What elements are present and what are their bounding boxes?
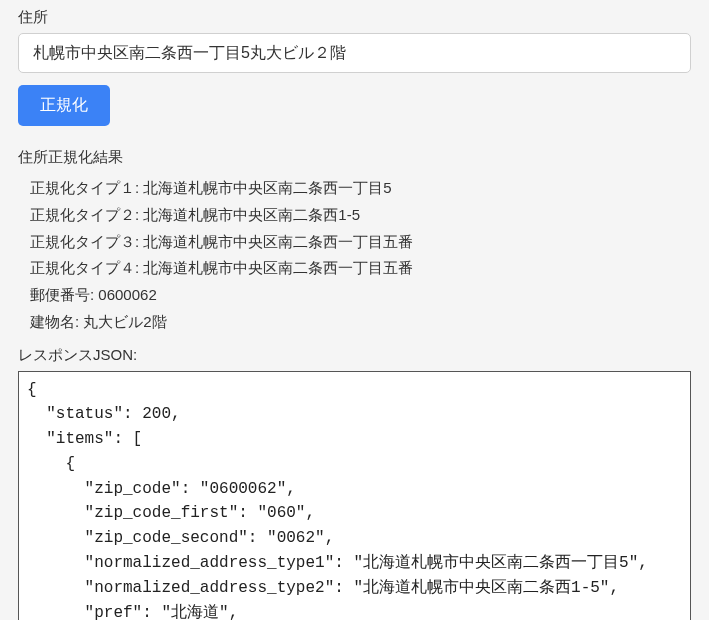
result-type1: 正規化タイプ１: 北海道札幌市中央区南二条西一丁目5 — [30, 175, 691, 202]
result-zip: 郵便番号: 0600062 — [30, 282, 691, 309]
json-response-label: レスポンスJSON: — [0, 336, 709, 369]
result-type3: 正規化タイプ３: 北海道札幌市中央区南二条西一丁目五番 — [30, 229, 691, 256]
address-input[interactable] — [18, 33, 691, 73]
normalize-button[interactable]: 正規化 — [18, 85, 110, 126]
results-heading: 住所正規化結果 — [0, 144, 709, 173]
result-type2: 正規化タイプ２: 北海道札幌市中央区南二条西1-5 — [30, 202, 691, 229]
result-building: 建物名: 丸大ビル2階 — [30, 309, 691, 336]
result-type4: 正規化タイプ４: 北海道札幌市中央区南二条西一丁目五番 — [30, 255, 691, 282]
button-row: 正規化 — [0, 85, 709, 144]
results-block: 正規化タイプ１: 北海道札幌市中央区南二条西一丁目5 正規化タイプ２: 北海道札… — [0, 173, 709, 336]
address-label: 住所 — [0, 4, 709, 33]
input-wrapper — [0, 33, 709, 85]
json-response-box[interactable]: { "status": 200, "items": [ { "zip_code"… — [18, 371, 691, 621]
